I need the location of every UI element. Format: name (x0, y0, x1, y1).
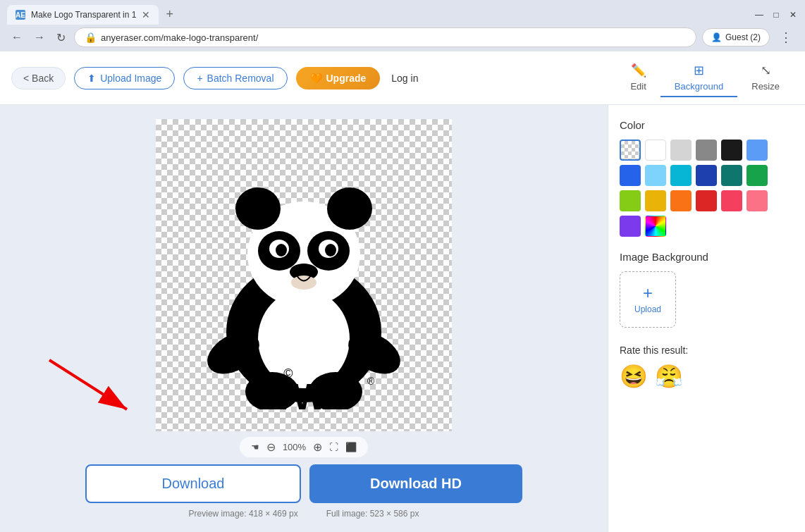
color-blue-light2[interactable] (746, 140, 768, 161)
tab-title: Make Logo Transparent in 1 (31, 10, 136, 20)
image-canvas: © WWF ® (156, 119, 452, 431)
color-green[interactable] (746, 165, 768, 186)
browser-menu-button[interactable]: ⋮ (775, 28, 797, 47)
canvas-area: © WWF ® ☚ ⊖ 100% ⊕ ⛶ ⬛ Download (0, 105, 608, 532)
zoom-controls: ☚ ⊖ 100% ⊕ ⛶ ⬛ (240, 437, 368, 457)
back-button[interactable]: < Back (11, 67, 66, 89)
batch-label: Batch Removal (207, 73, 274, 84)
download-area: Download Download HD Preview image: 418 … (85, 464, 522, 519)
lock-icon: 🔒 (85, 32, 97, 43)
reload-button[interactable]: ↻ (54, 28, 68, 47)
maximize-button[interactable]: □ (771, 10, 781, 20)
upgrade-label: Upgrade (326, 73, 367, 84)
image-background-title: Image Background (620, 251, 794, 263)
tab-edit-label: Edit (630, 81, 646, 92)
rate-emojis: 😆 😤 (620, 363, 794, 390)
image-background-section: Image Background + Upload (620, 251, 794, 328)
color-sky-blue[interactable] (645, 165, 666, 186)
color-red[interactable] (696, 190, 717, 211)
tab-favicon: AE (16, 10, 25, 20)
color-mid-gray[interactable] (696, 140, 717, 161)
right-sidebar: Color (608, 105, 805, 532)
batch-icon: + (197, 73, 202, 84)
upload-background-button[interactable]: + Upload (620, 271, 676, 328)
full-info: Full image: 523 × 586 px (326, 509, 419, 519)
url-text: anyeraser.com/make-logo-transparent/ (101, 32, 258, 43)
zoom-level: 100% (283, 442, 306, 452)
upload-bg-label: Upload (634, 304, 661, 314)
color-white[interactable] (645, 140, 666, 161)
color-light-gray[interactable] (670, 140, 692, 161)
main-area: © WWF ® ☚ ⊖ 100% ⊕ ⛶ ⬛ Download (0, 105, 805, 532)
address-bar[interactable]: 🔒 anyeraser.com/make-logo-transparent/ (74, 27, 696, 47)
svg-point-13 (276, 244, 287, 256)
forward-nav-button[interactable]: → (31, 28, 48, 47)
tab-close-button[interactable]: ✕ (142, 9, 150, 20)
color-rainbow[interactable] (645, 216, 666, 237)
color-blue[interactable] (620, 165, 641, 186)
svg-text:WWF: WWF (258, 376, 350, 409)
svg-point-8 (327, 187, 372, 230)
edit-icon: ✏️ (631, 63, 646, 78)
color-transparent[interactable] (620, 140, 641, 161)
guest-icon: 👤 (711, 32, 722, 42)
tab-edit[interactable]: ✏️ Edit (616, 58, 660, 97)
upload-label: Upload Image (100, 73, 161, 84)
upgrade-button[interactable]: 🧡 Upgrade (296, 67, 381, 89)
svg-text:®: ® (367, 376, 375, 387)
zoom-out-button[interactable]: ⊖ (266, 440, 276, 454)
color-orange[interactable] (670, 190, 692, 211)
app-toolbar: < Back ⬆ Upload Image + Batch Removal 🧡 … (0, 51, 805, 105)
rate-angry-button[interactable]: 😤 (655, 363, 683, 390)
color-light-pink[interactable] (746, 190, 768, 211)
download-hd-button[interactable]: Download HD (309, 464, 522, 503)
download-button[interactable]: Download (85, 464, 301, 503)
new-tab-button[interactable]: + (160, 4, 179, 25)
color-yellow-green[interactable] (620, 190, 641, 211)
svg-point-14 (325, 244, 336, 256)
rate-title: Rate this result: (620, 345, 794, 356)
login-button[interactable]: Log in (391, 73, 418, 84)
color-cyan[interactable] (670, 165, 692, 186)
minimize-button[interactable]: — (754, 10, 764, 20)
hand-tool-icon[interactable]: ☚ (251, 442, 259, 452)
zoom-in-button[interactable]: ⊕ (313, 440, 322, 454)
color-grid (620, 140, 794, 237)
color-dark-blue[interactable] (696, 165, 717, 186)
tab-resize-label: Resize (751, 81, 780, 92)
guest-button[interactable]: 👤 Guest (2) (702, 28, 770, 47)
color-teal[interactable] (721, 165, 742, 186)
panda-image: © WWF ® (191, 142, 417, 409)
color-yellow[interactable] (645, 190, 666, 211)
resize-icon: ⤡ (761, 63, 771, 78)
upgrade-icon: 🧡 (310, 73, 322, 84)
download-info: Preview image: 418 × 469 px Full image: … (189, 509, 419, 519)
upload-bg-plus-icon: + (643, 285, 653, 302)
close-button[interactable]: ✕ (788, 10, 798, 20)
rate-happy-button[interactable]: 😆 (620, 363, 648, 390)
fit-screen-icon[interactable]: ⛶ (329, 442, 338, 452)
upload-image-button[interactable]: ⬆ Upload Image (74, 67, 175, 89)
svg-line-1 (49, 360, 127, 409)
batch-removal-button[interactable]: + Batch Removal (183, 67, 287, 89)
svg-point-16 (291, 276, 317, 290)
svg-point-7 (235, 187, 281, 230)
compare-icon[interactable]: ⬛ (345, 442, 357, 452)
tab-background-label: Background (675, 81, 723, 92)
color-black[interactable] (721, 140, 742, 161)
background-icon: ⊞ (694, 63, 704, 78)
download-buttons: Download Download HD (85, 464, 522, 503)
rate-section: Rate this result: 😆 😤 (620, 345, 794, 390)
preview-info: Preview image: 418 × 469 px (189, 509, 298, 519)
color-purple[interactable] (620, 216, 641, 237)
color-section-title: Color (620, 119, 794, 131)
tab-background[interactable]: ⊞ Background (660, 58, 737, 97)
color-pink[interactable] (721, 190, 742, 211)
back-nav-button[interactable]: ← (8, 28, 25, 47)
upload-icon: ⬆ (87, 73, 96, 84)
guest-label: Guest (2) (725, 32, 761, 42)
toolbar-tabs: ✏️ Edit ⊞ Background ⤡ Resize (616, 58, 794, 97)
red-arrow-annotation (35, 346, 155, 431)
tab-resize[interactable]: ⤡ Resize (737, 58, 794, 97)
browser-tab[interactable]: AE Make Logo Transparent in 1 ✕ (7, 5, 159, 25)
